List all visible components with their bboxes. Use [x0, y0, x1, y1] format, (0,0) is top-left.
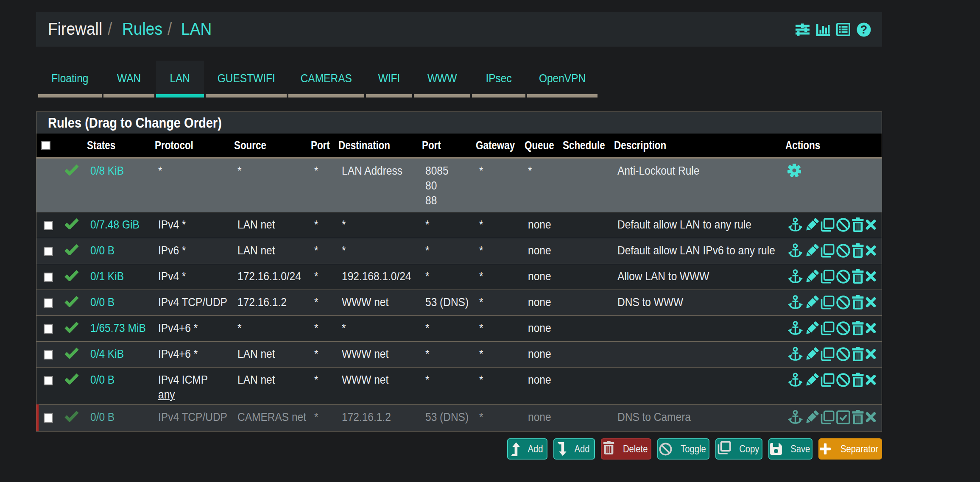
svg-text:?: ? — [860, 23, 868, 36]
